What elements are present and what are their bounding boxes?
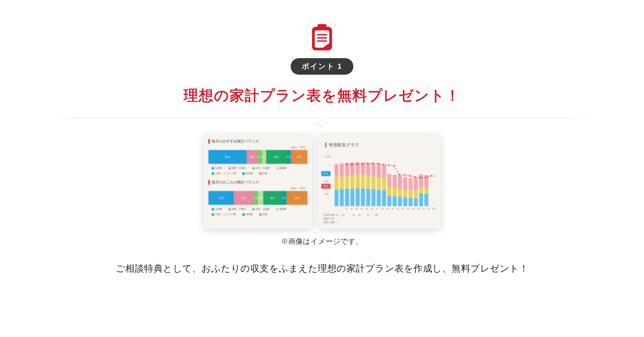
headline: 理想の家計プラン表を無料プレゼント！	[0, 86, 644, 105]
svg-point-23	[436, 176, 436, 177]
plan-card-right: 年別収支グラフ 4008001,600 収入 支出 41424344454647…	[319, 135, 440, 229]
svg-point-13	[383, 164, 384, 166]
description-text: ご相談特典として、おふたりの収支をふまえた理想の家計プラン表を作成し、無料プレゼ…	[0, 262, 644, 275]
plan-card-left: 毎月のおすすめ家計バランス （単位：万円） 18.45.02.42.09.82.…	[204, 135, 312, 229]
svg-point-16	[399, 174, 400, 175]
svg-point-14	[388, 165, 390, 166]
svg-point-17	[404, 174, 406, 176]
svg-point-19	[414, 176, 416, 178]
image-caption: ※画像はイメージです。	[0, 237, 644, 246]
svg-rect-5	[317, 40, 327, 42]
svg-point-22	[430, 175, 432, 177]
svg-point-12	[377, 163, 379, 165]
point-badge: ポイント 1	[291, 58, 353, 75]
clipboard-icon	[307, 23, 337, 52]
section-divider	[51, 118, 593, 118]
svg-rect-4	[317, 37, 327, 39]
svg-rect-3	[317, 34, 327, 35]
svg-point-15	[393, 165, 395, 167]
svg-point-18	[409, 175, 411, 177]
plan-image-row: 毎月のおすすめ家計バランス （単位：万円） 18.45.02.42.09.82.…	[0, 135, 644, 229]
svg-rect-1	[317, 24, 327, 30]
